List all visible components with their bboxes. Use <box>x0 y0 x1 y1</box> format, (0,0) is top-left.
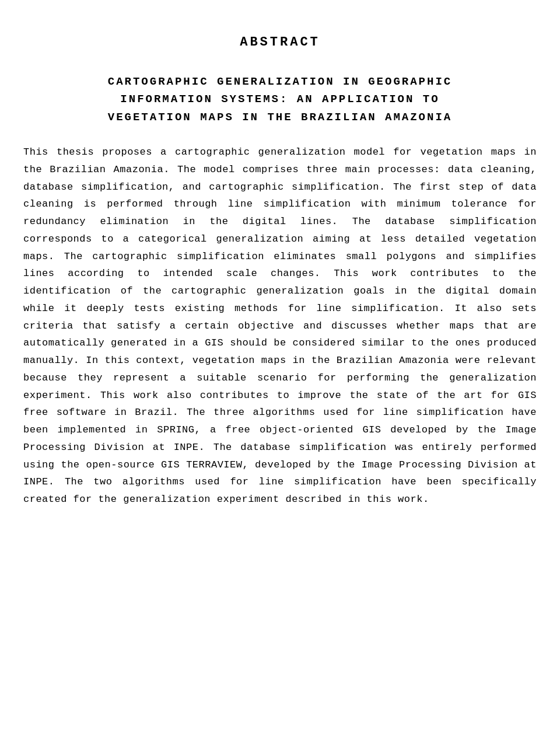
abstract-title: ABSTRACT <box>23 35 537 50</box>
thesis-title: CARTOGRAPHIC GENERALIZATION IN GEOGRAPHI… <box>23 73 537 126</box>
thesis-title-line1: CARTOGRAPHIC GENERALIZATION IN GEOGRAPHI… <box>23 73 537 90</box>
thesis-title-line3: VEGETATION MAPS IN THE BRAZILIAN AMAZONI… <box>23 109 537 126</box>
abstract-text: This thesis proposes a cartographic gene… <box>23 144 537 508</box>
thesis-title-line2: INFORMATION SYSTEMS: AN APPLICATION TO <box>23 90 537 108</box>
page: ABSTRACT CARTOGRAPHIC GENERALIZATION IN … <box>0 0 560 747</box>
abstract-body: This thesis proposes a cartographic gene… <box>23 144 537 508</box>
